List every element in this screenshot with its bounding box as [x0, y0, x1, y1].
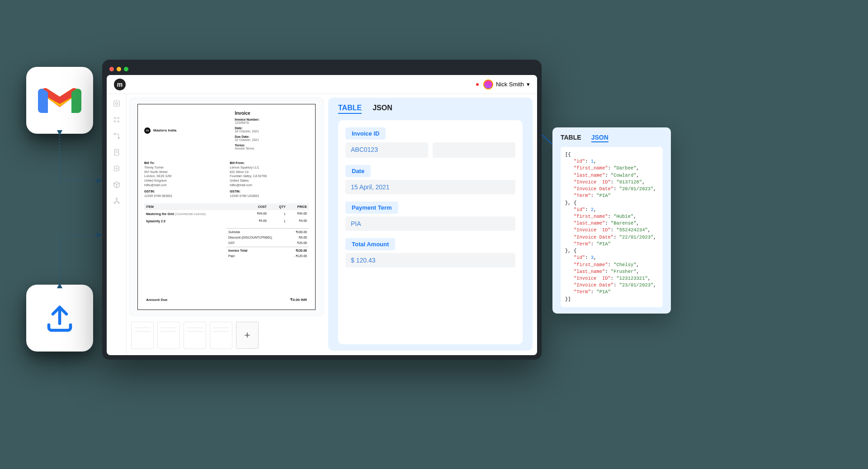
popup-tab-table[interactable]: TABLE [561, 134, 581, 142]
svg-rect-1 [114, 101, 119, 106]
bill-from-email: billto@mail.com [230, 183, 309, 188]
page-thumbnails: + [129, 320, 324, 351]
sidebar-scan-icon[interactable] [113, 164, 121, 173]
add-page-button[interactable]: + [236, 322, 259, 349]
fields-panel: Invoice IDABC0123Date15 April, 2021Payme… [338, 120, 523, 344]
app-window: m Nick Smith ▾ [102, 60, 542, 360]
amount-due-label: Amount Due [146, 298, 168, 302]
sidebar-home-icon[interactable] [113, 99, 121, 108]
bill-to-city: London, SE20 3JW [144, 174, 223, 178]
svg-point-7 [114, 133, 115, 135]
svg-point-6 [118, 121, 119, 122]
bill-from-gstin-label: GSTIN: [230, 189, 309, 194]
sidebar-share-icon[interactable] [113, 197, 121, 205]
field-label: Payment Term [345, 202, 398, 214]
invoice-brand-logo: m [144, 127, 151, 134]
field-label: Invoice ID [345, 127, 386, 140]
extracted-data-panel: TABLE JSON Invoice IDABC0123Date15 April… [328, 98, 533, 351]
thumb-4[interactable] [210, 322, 232, 349]
th-item: ITEM [144, 203, 245, 210]
svg-point-15 [116, 198, 117, 199]
invoice-number-label: Invoice Number: [235, 118, 309, 121]
paid-value: -₹120.00 [294, 254, 307, 258]
tab-table[interactable]: TABLE [338, 104, 362, 114]
bill-from-gstin: 12345 6789 UG0001 [230, 194, 309, 198]
upload-icon [43, 302, 76, 334]
field-value[interactable]: ABC0123 [345, 142, 428, 158]
maximize-window-dot[interactable] [124, 67, 128, 71]
thumb-2[interactable] [157, 322, 180, 349]
avatar [483, 80, 493, 89]
bill-to-gstin: 12345 6789 083001 [144, 194, 223, 198]
bill-from-street: 831 Minor Cir [230, 170, 309, 174]
svg-point-5 [114, 121, 115, 122]
field-label: Total Amount [345, 238, 395, 250]
svg-rect-12 [114, 166, 119, 171]
document-preview-panel: m Masters India Invoice Invoice Number: … [129, 98, 324, 351]
invoice-line: Mastering the Grid (Commercial License)₹… [144, 210, 309, 217]
invoice-due-label: Due Date: [235, 135, 309, 138]
notification-dot [476, 83, 479, 86]
paid-label: Paid [228, 254, 235, 258]
field-group: Payment TermPIA [345, 202, 515, 231]
th-cost: COST [245, 203, 271, 210]
json-preview-popup: TABLE JSON [{ "id": 1, "first_name": "Da… [552, 127, 671, 314]
invoice-line-table: ITEM COST QTY PRICE Mastering the Grid (… [144, 203, 309, 225]
discount-label: Discount (DISCOUNTCPN001) [228, 236, 272, 239]
chevron-down-icon: ▾ [527, 81, 530, 88]
bill-from-city: Fountain Valley, CA 92708 [230, 174, 309, 178]
sidebar-flow-icon[interactable] [113, 132, 121, 140]
topbar: m Nick Smith ▾ [107, 75, 537, 94]
field-value[interactable]: 15 April, 2021 [345, 180, 515, 194]
subtotal-label: Subtotal [228, 230, 240, 234]
user-menu[interactable]: Nick Smith ▾ [476, 80, 530, 89]
thumb-3[interactable] [184, 322, 206, 349]
source-gmail-card[interactable] [26, 67, 93, 134]
discount-value: -₹8.00 [298, 236, 307, 239]
gst-value: ₹20.00 [297, 241, 307, 245]
field-value[interactable]: PIA [345, 216, 515, 231]
bill-to-street: 957 North Street [144, 170, 223, 174]
svg-point-3 [114, 117, 115, 119]
svg-point-2 [115, 103, 118, 105]
sidebar [107, 94, 127, 355]
th-price: PRICE [288, 203, 309, 210]
amount-due-value: ₹0.00 INR [290, 298, 307, 302]
svg-point-4 [118, 117, 119, 119]
invoice-due: 22 October, 2021 [235, 138, 309, 141]
invoice-document: m Masters India Invoice Invoice Number: … [137, 104, 316, 310]
subtotal-value: ₹108.00 [296, 230, 307, 234]
invoice-terms: Invoice Terms [235, 147, 309, 150]
bill-from-name: Lemon Squeezy LLC [230, 165, 309, 170]
th-qty: QTY [271, 203, 288, 210]
total-label: Invoice Total [228, 249, 247, 253]
sidebar-doc-icon[interactable] [113, 148, 121, 156]
field-label: Date [345, 165, 371, 177]
field-group: Total Amount$ 120.43 [345, 238, 515, 267]
bill-to-email: billto@mail.com [144, 183, 223, 188]
popup-tab-json[interactable]: JSON [591, 134, 609, 142]
field-value-secondary[interactable] [433, 142, 515, 158]
invoice-company: Masters India [153, 128, 176, 132]
invoice-date-label: Date: [235, 127, 309, 130]
minimize-window-dot[interactable] [117, 67, 121, 71]
invoice-number: 12345678 [235, 121, 309, 124]
json-code-block: [{ "id": 1, "first_name": "Darbee", "las… [561, 147, 663, 307]
invoice-line: Splashify 2.0 ₹9.001₹9.00 [144, 217, 309, 225]
bill-to-name: Timmy Turner [144, 165, 223, 170]
field-group: Date15 April, 2021 [345, 165, 515, 194]
bill-to-country: United Kingdom [144, 178, 223, 183]
bill-from-label: Bill From: [230, 161, 309, 165]
close-window-dot[interactable] [109, 67, 114, 71]
sidebar-box-icon[interactable] [113, 181, 121, 189]
invoice-terms-label: Terms: [235, 144, 309, 147]
field-value[interactable]: $ 120.43 [345, 253, 515, 267]
tab-json[interactable]: JSON [373, 104, 392, 114]
thumb-1[interactable] [131, 322, 154, 349]
invoice-date: 18 October, 2021 [235, 130, 309, 133]
bill-from-country: United States [230, 178, 309, 183]
source-upload-card[interactable] [26, 285, 93, 352]
gst-label: GST [228, 241, 235, 245]
total-value: ₹120.00 [296, 249, 307, 253]
sidebar-apps-icon[interactable] [113, 116, 121, 124]
